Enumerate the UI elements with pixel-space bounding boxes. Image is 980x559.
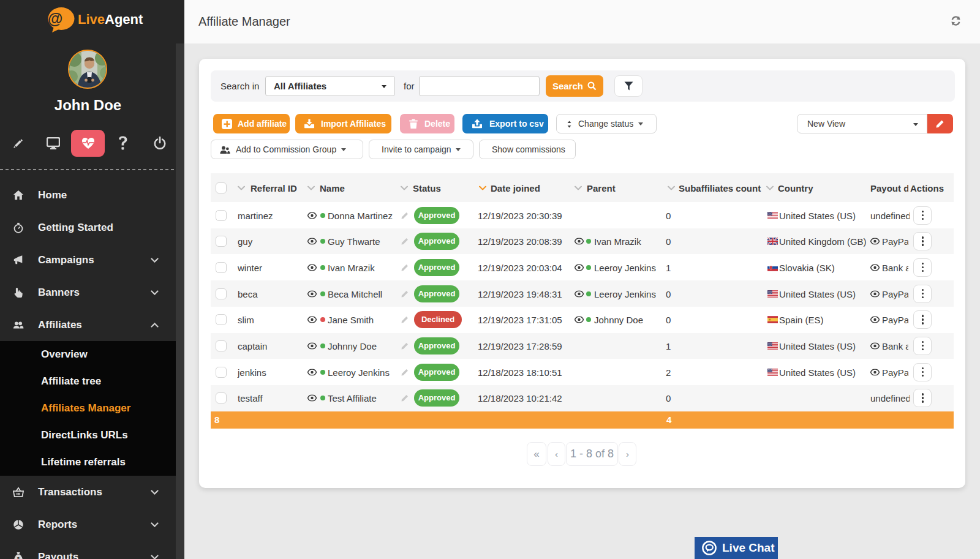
svg-text:$: $: [17, 555, 20, 559]
svg-text:@: @: [48, 10, 62, 27]
